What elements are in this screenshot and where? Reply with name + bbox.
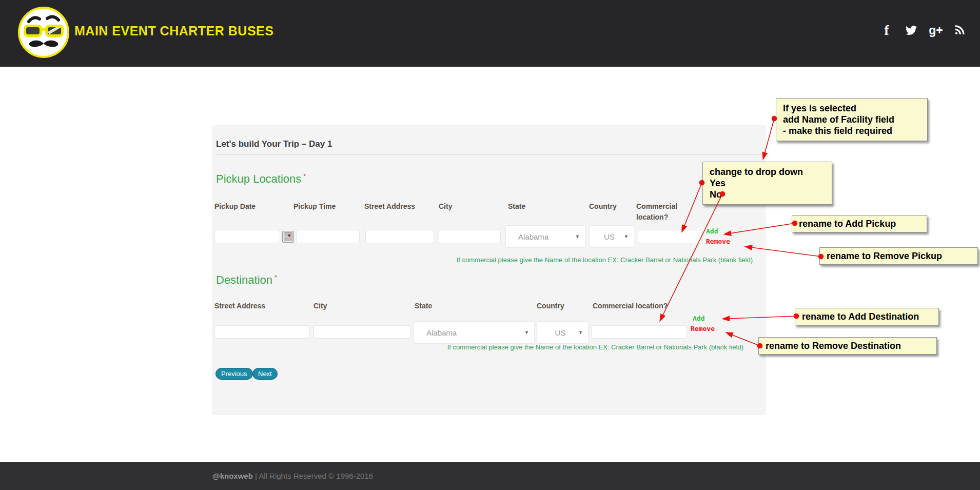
- pickup-state-select[interactable]: Alabama ▼: [505, 225, 585, 248]
- column-header-state: State: [508, 201, 525, 212]
- trip-form-panel: Let's build Your Trip – Day 1 Pickup Loc…: [212, 125, 766, 415]
- mustache-glasses-logo-icon: [17, 6, 70, 58]
- pickup-commercial-helper-text: If commercial please give the Name of th…: [457, 256, 753, 264]
- note-line: rename to Add Destination: [802, 311, 919, 322]
- pickup-country-select[interactable]: US ▼: [589, 225, 634, 248]
- destination-city-input[interactable]: [313, 325, 411, 339]
- column-header-country: Country: [589, 201, 617, 212]
- facebook-icon[interactable]: f: [880, 23, 893, 38]
- pickup-street-address-input[interactable]: [365, 230, 434, 243]
- column-header-pickup-time: Pickup Time: [293, 201, 336, 212]
- note-line: rename to Remove Destination: [766, 341, 901, 351]
- brand-title: MAIN EVENT CHARTER BUSES: [74, 24, 273, 38]
- next-button[interactable]: Next: [252, 368, 278, 380]
- note-line: rename to Remove Pickup: [827, 251, 942, 261]
- pickup-state-value: Alabama: [506, 232, 575, 241]
- required-asterisk: *: [303, 172, 306, 180]
- caret-down-icon: ▼: [524, 330, 534, 335]
- twitter-icon[interactable]: [905, 23, 918, 38]
- column-header-dest-city: City: [313, 301, 327, 311]
- site-header: MAIN EVENT CHARTER BUSES f g+: [0, 0, 980, 67]
- column-header-dest-commercial-location: Commercial location?: [593, 301, 668, 311]
- note-line: rename to Add Pickup: [799, 219, 896, 229]
- column-header-city: City: [439, 201, 452, 212]
- annotation-note-remove-pickup: rename to Remove Pickup: [819, 247, 978, 265]
- caret-down-icon: ▼: [575, 234, 585, 239]
- footer-rights: | All Rights Reserved © 1996-2016: [255, 472, 373, 480]
- previous-button[interactable]: Previous: [215, 368, 253, 380]
- annotation-note-dropdown: change to drop down Yes No: [702, 162, 832, 205]
- annotation-note-add-destination: rename to Add Destination: [795, 308, 939, 325]
- note-line: change to drop down: [710, 166, 825, 178]
- page: MAIN EVENT CHARTER BUSES f g+ Let's buil…: [0, 0, 980, 490]
- google-plus-icon[interactable]: g+: [929, 23, 943, 38]
- column-header-dest-country: Country: [537, 301, 564, 311]
- pickup-remove-link[interactable]: Remove: [706, 238, 730, 245]
- pickup-city-input[interactable]: [439, 230, 501, 243]
- annotation-note-facility: If yes is selected add Name of Facility …: [776, 98, 928, 141]
- note-line: No: [710, 189, 825, 200]
- caret-down-icon: ▼: [578, 330, 588, 335]
- annotation-note-remove-destination: rename to Remove Destination: [758, 337, 937, 355]
- caret-down-icon: ▼: [624, 234, 634, 239]
- site-logo[interactable]: [17, 6, 70, 58]
- pickup-section-heading: Pickup Locations*: [216, 172, 306, 186]
- destination-commercial-helper-text: If commercial please give the Name of th…: [447, 343, 743, 351]
- column-header-pickup-date: Pickup Date: [214, 201, 256, 212]
- column-header-dest-state: State: [415, 301, 432, 311]
- calendar-icon: [284, 232, 292, 241]
- destination-country-value: US: [537, 328, 578, 337]
- pickup-commercial-location-input[interactable]: [638, 230, 702, 243]
- destination-country-select[interactable]: US ▼: [537, 321, 589, 344]
- pickup-country-value: US: [590, 232, 624, 241]
- destination-add-link[interactable]: Add: [693, 315, 704, 322]
- pickup-time-input[interactable]: [296, 230, 360, 243]
- column-header-commercial-location: Commercial location?: [636, 201, 688, 223]
- destination-section-heading: Destination*: [216, 273, 277, 287]
- datepicker-button[interactable]: [282, 231, 294, 243]
- destination-state-select[interactable]: Alabama ▼: [414, 321, 535, 344]
- form-title: Let's build Your Trip – Day 1: [216, 139, 332, 149]
- destination-street-address-input[interactable]: [214, 325, 310, 339]
- pickup-date-input[interactable]: [214, 230, 280, 243]
- pickup-heading-text: Pickup Locations: [216, 172, 301, 185]
- destination-remove-link[interactable]: Remove: [691, 325, 715, 332]
- site-footer: @knoxweb | All Rights Reserved © 1996-20…: [0, 462, 980, 490]
- annotation-note-add-pickup: rename to Add Pickup: [792, 215, 927, 232]
- note-line: If yes is selected: [783, 103, 920, 114]
- pickup-add-link[interactable]: Add: [706, 227, 718, 235]
- destination-commercial-location-input[interactable]: [592, 325, 687, 339]
- note-line: - make this field required: [783, 125, 920, 136]
- destination-state-value: Alabama: [414, 328, 524, 337]
- note-line: add Name of Facility field: [783, 114, 920, 125]
- copyright-text: @knoxweb | All Rights Reserved © 1996-20…: [212, 462, 373, 490]
- required-asterisk: *: [275, 273, 277, 281]
- note-line: Yes: [710, 178, 825, 189]
- column-header-dest-street-address: Street Address: [214, 301, 265, 311]
- footer-handle: @knoxweb: [212, 472, 253, 480]
- rss-icon[interactable]: [954, 23, 967, 38]
- divider: [216, 154, 762, 155]
- social-links: f g+: [880, 23, 967, 38]
- destination-heading-text: Destination: [216, 273, 272, 286]
- column-header-street-address: Street Address: [364, 201, 415, 212]
